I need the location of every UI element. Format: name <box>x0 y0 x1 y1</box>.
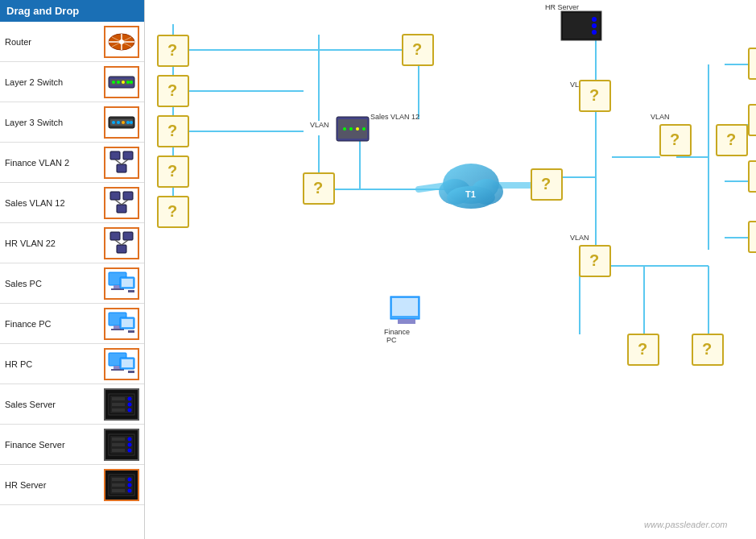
svg-text:?: ? <box>167 122 177 139</box>
svg-text:?: ? <box>670 131 680 148</box>
sidebar-label-hrpc: HR PC <box>5 359 104 369</box>
svg-rect-45 <box>122 319 133 327</box>
hrvlan22-icon <box>104 227 139 259</box>
financeserver-icon <box>104 429 139 461</box>
sidebar-label-hrvlan22: HR VLAN 22 <box>5 238 104 248</box>
svg-rect-127 <box>398 319 415 324</box>
svg-rect-161 <box>749 161 756 192</box>
svg-text:?: ? <box>541 175 551 193</box>
sidebar-item-layer2switch[interactable]: Layer 2 Switch <box>0 62 144 102</box>
salespc-icon <box>104 267 139 300</box>
svg-rect-32 <box>117 245 126 253</box>
svg-point-65 <box>128 448 132 452</box>
hrpc-icon <box>104 348 139 380</box>
svg-rect-40 <box>128 290 134 292</box>
svg-point-63 <box>128 437 132 441</box>
svg-point-71 <box>128 477 132 481</box>
svg-text:?: ? <box>589 251 599 269</box>
l2switch-icon <box>104 66 139 98</box>
sidebar-header: Drag and Drop <box>0 0 144 22</box>
svg-point-64 <box>128 442 132 446</box>
svg-point-19 <box>130 121 133 124</box>
sidebar-item-financepc[interactable]: Finance PC <box>0 304 144 344</box>
svg-rect-22 <box>117 164 126 172</box>
sidebar-item-financeserver[interactable]: Finance Server <box>0 425 144 465</box>
svg-point-115 <box>592 30 597 35</box>
svg-text:?: ? <box>412 40 422 58</box>
svg-point-57 <box>128 408 132 412</box>
svg-point-10 <box>122 81 125 84</box>
svg-point-119 <box>343 127 346 131</box>
svg-rect-126 <box>392 298 418 316</box>
sidebar-label-salesserver: Sales Server <box>5 400 104 409</box>
sidebar-item-financevlan2[interactable]: Finance VLAN 2 <box>0 143 144 183</box>
sidebar-item-salesvlan12[interactable]: Sales VLAN 12 <box>0 183 144 223</box>
svg-point-121 <box>356 127 359 131</box>
svg-text:VLAN: VLAN <box>310 121 329 129</box>
financepc-icon <box>104 308 139 340</box>
svg-point-114 <box>592 23 597 28</box>
svg-rect-20 <box>110 151 120 160</box>
sidebar-item-hrserver[interactable]: HR Server <box>0 465 144 505</box>
svg-rect-74 <box>112 478 125 481</box>
svg-point-11 <box>126 81 130 84</box>
svg-rect-58 <box>112 397 125 400</box>
sidebar-item-hrvlan22[interactable]: HR VLAN 22 <box>0 223 144 263</box>
svg-text:?: ? <box>167 202 177 220</box>
svg-point-55 <box>128 396 132 400</box>
svg-line-33 <box>115 240 122 245</box>
svg-text:?: ? <box>726 131 736 148</box>
svg-text:T1: T1 <box>465 189 476 199</box>
salesvlan12-icon <box>104 187 139 219</box>
svg-point-120 <box>349 127 353 131</box>
sidebar-item-salespc[interactable]: Sales PC <box>0 263 144 304</box>
svg-line-23 <box>115 160 122 164</box>
svg-rect-157 <box>749 48 756 79</box>
svg-rect-59 <box>112 403 125 406</box>
svg-rect-163 <box>749 222 756 252</box>
svg-rect-31 <box>123 232 133 240</box>
sidebar-item-hrpc[interactable]: HR PC <box>0 344 144 384</box>
sidebar-label-layer3switch: Layer 3 Switch <box>5 118 104 127</box>
svg-text:?: ? <box>167 81 177 99</box>
sidebar-label-financevlan2: Finance VLAN 2 <box>5 158 104 168</box>
svg-line-29 <box>122 200 128 205</box>
svg-point-8 <box>112 81 115 84</box>
svg-rect-68 <box>112 449 125 452</box>
sidebar-label-hrserver: HR Server <box>5 480 104 490</box>
hrserver-icon <box>104 469 139 501</box>
svg-rect-21 <box>123 151 133 160</box>
svg-point-113 <box>592 17 597 22</box>
svg-rect-76 <box>112 489 125 492</box>
sidebar-item-salesserver[interactable]: Sales Server <box>0 384 144 425</box>
svg-text:?: ? <box>167 41 177 59</box>
svg-text:PC: PC <box>386 336 397 344</box>
svg-text:www.passleader.com: www.passleader.com <box>644 520 728 529</box>
financevlan2-icon <box>104 147 139 179</box>
svg-point-16 <box>117 121 120 124</box>
svg-rect-60 <box>112 408 125 412</box>
sidebar-item-router[interactable]: Router <box>0 22 144 62</box>
svg-rect-51 <box>122 359 133 367</box>
sidebar-label-financepc: Finance PC <box>5 319 104 329</box>
sidebar-label-financeserver: Finance Server <box>5 440 104 450</box>
svg-line-24 <box>122 160 128 164</box>
svg-rect-27 <box>117 205 126 213</box>
svg-rect-67 <box>112 443 125 446</box>
svg-point-17 <box>122 121 125 124</box>
sidebar-label-layer2switch: Layer 2 Switch <box>5 77 104 87</box>
svg-rect-30 <box>110 232 120 240</box>
svg-point-73 <box>128 488 132 492</box>
salesserver-icon <box>104 388 139 421</box>
sidebar-label-salespc: Sales PC <box>5 279 104 288</box>
svg-point-12 <box>130 81 133 84</box>
sidebar-item-layer3switch[interactable]: Layer 3 Switch <box>0 102 144 143</box>
svg-rect-46 <box>128 330 134 333</box>
svg-point-15 <box>112 121 115 124</box>
sidebar-label-router: Router <box>5 37 104 47</box>
svg-rect-75 <box>112 483 125 487</box>
svg-text:?: ? <box>702 340 712 358</box>
svg-point-56 <box>128 402 132 406</box>
router-icon <box>104 26 139 58</box>
svg-text:Finance: Finance <box>384 328 410 336</box>
